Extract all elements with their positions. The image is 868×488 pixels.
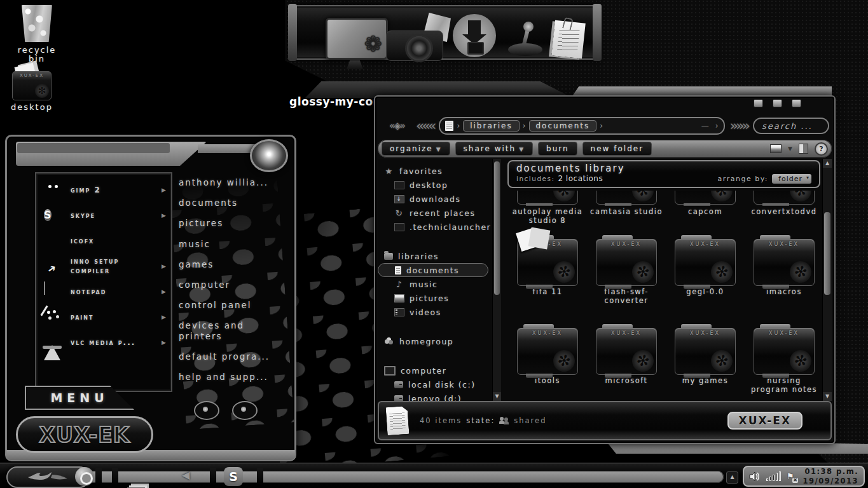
- clock[interactable]: 01:38 p.m. 19/09/2013: [803, 467, 858, 486]
- forward-button[interactable]: »»»: [730, 119, 748, 133]
- breadcrumb[interactable]: › libraries › documents › — ›: [439, 117, 724, 135]
- search-input[interactable]: [761, 121, 822, 132]
- menu-item-devices-printers[interactable]: devices and printers: [177, 315, 286, 346]
- volume-icon[interactable]: [749, 471, 761, 482]
- notepad-icon: [44, 281, 45, 295]
- scroll-up-button[interactable]: ▲: [823, 159, 832, 168]
- back-button[interactable]: «««: [416, 119, 434, 133]
- folder-item[interactable]: XUX-EX✻ convertxtodvd: [747, 191, 822, 226]
- maximize-button[interactable]: [773, 99, 782, 107]
- lock-orb-button[interactable]: [232, 401, 258, 420]
- desktop: recycle bin XUX-EX ✻ desktop ❁ glossy-my…: [0, 0, 868, 488]
- folder-item[interactable]: XUX-EX✻ my games: [668, 328, 743, 395]
- scroll-down-button[interactable]: ▼: [823, 392, 832, 401]
- sidebar-item-documents-selected[interactable]: documents: [378, 263, 488, 277]
- sidebar-item-pictures[interactable]: pictures: [378, 291, 491, 305]
- breadcrumb-dropdown-icon[interactable]: ›: [715, 121, 719, 130]
- sidebar-item-homegroup[interactable]: homegroup: [378, 334, 491, 348]
- menu-item-computer[interactable]: computer: [177, 274, 286, 295]
- menu-item-icofx[interactable]: ICOFX: [36, 228, 171, 254]
- taskbar-skype-icon[interactable]: S: [224, 467, 243, 486]
- menu-item-games[interactable]: games: [177, 254, 286, 274]
- search-box[interactable]: [753, 118, 829, 134]
- change-view-icon[interactable]: [770, 144, 782, 153]
- folder-item[interactable]: XUX-EX✻ itools: [510, 328, 585, 395]
- power-orb-button[interactable]: [250, 139, 288, 172]
- folder-item[interactable]: XUX-EX✻ flash-swf-converter: [589, 239, 664, 306]
- sidebar-item-computer[interactable]: computer: [378, 363, 491, 377]
- sidebar-item-downloads[interactable]: ↓ downloads: [378, 192, 491, 206]
- dock-collapse-icon[interactable]: ◀: [182, 469, 189, 481]
- notes-dock-icon[interactable]: [548, 19, 589, 60]
- menu-item-help-support[interactable]: help and supp...: [177, 367, 286, 387]
- camera-dock-icon[interactable]: [386, 25, 443, 61]
- desktop-icon-desktop-folder[interactable]: XUX-EX ✻ desktop: [5, 71, 59, 112]
- menu-item-inno-setup[interactable]: INNO SETUP COMPILER ▶: [36, 254, 171, 279]
- folder-name: imacros: [747, 288, 822, 297]
- sidebar-item-recent-places[interactable]: ↻ recent places: [378, 206, 491, 220]
- menu-item-documents[interactable]: documents: [177, 193, 286, 213]
- organize-button[interactable]: organize▼: [382, 142, 450, 156]
- menu-item-gimp[interactable]: GIMP 2 ▶: [36, 177, 171, 203]
- menu-item-default-programs[interactable]: default progra...: [177, 346, 286, 367]
- games-dock-icon[interactable]: [507, 23, 544, 58]
- folder-name: microsoft: [589, 377, 664, 386]
- folder-item[interactable]: XUX-EX✻ microsoft: [589, 328, 664, 395]
- menu-item-music[interactable]: music: [177, 234, 286, 254]
- share-with-button[interactable]: share with▼: [455, 142, 533, 156]
- sidebar-item-libraries[interactable]: libraries: [378, 249, 491, 263]
- help-icon[interactable]: ?: [815, 142, 828, 156]
- menu-item-vlc[interactable]: VLC MEDIA P... ▶: [36, 330, 171, 355]
- scrollbar-thumb[interactable]: [494, 161, 500, 295]
- my-computer-dock-icon[interactable]: ❁: [326, 18, 388, 60]
- menu-item-control-panel[interactable]: control panel: [177, 295, 286, 315]
- chevron-down-icon[interactable]: ▼: [788, 146, 792, 152]
- recent-places-icon: ↻: [394, 208, 404, 218]
- desktop-icon-recycle-bin[interactable]: recycle bin: [10, 5, 64, 64]
- vertical-scrollbar[interactable]: ▲ ▼: [822, 159, 832, 401]
- menu-item-skype[interactable]: S SKYPE ▶: [36, 203, 171, 228]
- menu-item-paint[interactable]: PAINT ▶: [36, 304, 171, 330]
- sidebar-scrollbar[interactable]: ▼: [492, 159, 501, 401]
- sidebar-item-local-disk-c[interactable]: local disk (c:): [378, 377, 491, 391]
- folder-item[interactable]: XUX-EX✻ nursing program notes: [747, 328, 822, 395]
- menu-item-notepad[interactable]: NOTEPAD ▶: [36, 279, 171, 304]
- shared-people-icon: [499, 417, 509, 424]
- close-button[interactable]: [792, 99, 801, 107]
- menu-item-pictures[interactable]: pictures: [177, 213, 286, 233]
- sidebar-item-videos[interactable]: videos: [378, 305, 491, 319]
- swirl-logo-icon: ❁: [364, 31, 383, 57]
- arrange-by-dropdown[interactable]: folder: [772, 174, 811, 184]
- burn-button[interactable]: burn: [538, 142, 577, 156]
- sidebar-item-techniclauncher[interactable]: .techniclauncher: [378, 220, 491, 234]
- action-center-flag-icon[interactable]: ⚑: [787, 471, 796, 482]
- sidebar-item-desktop[interactable]: desktop: [378, 178, 491, 192]
- preview-pane-icon[interactable]: [799, 144, 808, 154]
- shutdown-orb-button[interactable]: [194, 401, 219, 420]
- breadcrumb-item-libraries[interactable]: libraries: [463, 120, 519, 132]
- homegroup-icon: [384, 338, 394, 345]
- folder-item[interactable]: XUX-EX✻ imacros: [747, 239, 822, 306]
- show-hidden-icons-button[interactable]: ▲: [726, 471, 738, 484]
- folder-name: gegl-0.0: [668, 288, 743, 297]
- top-dock: ❁: [289, 5, 600, 60]
- content-area: ★ favorites desktop ↓ downloads ↻ recent…: [378, 159, 832, 401]
- folder-item[interactable]: XUX-EX✻ autoplay media studio 8: [510, 191, 585, 226]
- breadcrumb-item-documents[interactable]: documents: [529, 120, 597, 132]
- new-folder-button[interactable]: new folder: [582, 142, 652, 156]
- minimize-button[interactable]: [754, 99, 763, 107]
- menu-item-user[interactable]: anthony willia...: [177, 172, 286, 193]
- downloads-dock-icon[interactable]: [453, 14, 496, 57]
- pinned-apps-panel: GIMP 2 ▶ S SKYPE ▶ ICOFX INNO SETUP COMP…: [35, 172, 172, 392]
- network-signal-icon[interactable]: [766, 472, 781, 481]
- scrollbar-thumb[interactable]: [824, 212, 830, 295]
- folder-item[interactable]: XUX-EX✻ capcom: [668, 191, 743, 226]
- taskbar-chrome-icon[interactable]: [75, 467, 94, 486]
- folder-item[interactable]: XUX-EX✻ fifa 11: [510, 239, 585, 306]
- folder-item[interactable]: XUX-EX✻ gegl-0.0: [668, 239, 743, 306]
- sidebar-item-favorites[interactable]: ★ favorites: [378, 164, 491, 178]
- title-bar[interactable]: [375, 97, 834, 113]
- scroll-down-button[interactable]: ▼: [493, 392, 501, 401]
- sidebar-item-music[interactable]: ♪ music: [378, 277, 491, 291]
- folder-item[interactable]: XUX-EX✻ camtasia studio: [589, 191, 664, 226]
